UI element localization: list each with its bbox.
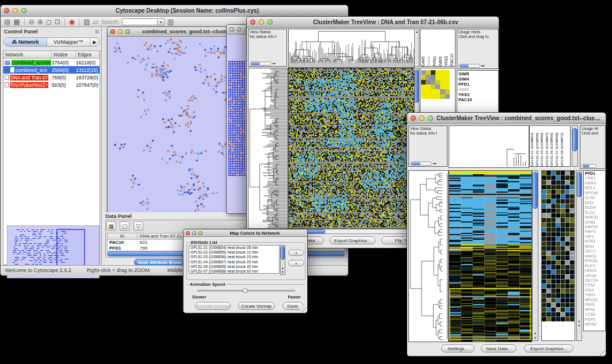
row-label[interactable]: GIM3 — [458, 87, 497, 92]
zoom-window-icon[interactable] — [267, 20, 273, 25]
row-label[interactable]: PFD1 — [458, 82, 497, 87]
zoom-fit-icon[interactable]: ⊡ — [55, 18, 60, 25]
column-label[interactable]: YKE2 — [443, 56, 449, 66]
row-label[interactable]: PAC10 — [458, 97, 497, 102]
gene-label[interactable]: MSI1 — [585, 244, 604, 249]
gene-label[interactable]: TCB3 — [585, 312, 604, 317]
heatmap-canvas[interactable] — [288, 68, 415, 229]
gene-label[interactable]: PHO81 — [585, 259, 604, 263]
mini-scrollbar[interactable]: ◂▸ — [410, 162, 437, 166]
attribute-list-item[interactable]: GPL51-03 (GSM856) heat shock 15 min — [189, 255, 279, 259]
gene-label[interactable]: VIP1 — [585, 235, 604, 239]
column-label[interactable]: GPL51-06 (GSM865) — [549, 133, 554, 166]
attribute-list-item[interactable]: GPL51-07 (GSM868) heat shock 60 min — [189, 269, 279, 274]
search-input[interactable] — [122, 18, 158, 25]
minimize-icon[interactable] — [192, 231, 196, 235]
gene-label[interactable]: PUF3 — [585, 264, 604, 269]
resize-grip[interactable] — [300, 306, 307, 312]
network-list-item-selected[interactable]: combined_sco 2569(6) 13112(15) — [3, 66, 100, 74]
col-edges[interactable]: Edges — [76, 51, 100, 58]
zoom-window-icon[interactable] — [428, 116, 433, 121]
settings-button[interactable]: Settings... — [441, 344, 475, 352]
heatmap-canvas[interactable] — [449, 170, 532, 342]
minimize-icon[interactable] — [13, 8, 18, 13]
column-label[interactable]: GIM5 — [420, 56, 426, 66]
delete-attribute-icon[interactable]: ▽ — [133, 221, 143, 231]
gene-label[interactable]: MON2 — [585, 322, 604, 327]
export-graphics-button[interactable]: Export Graphics... — [330, 236, 376, 244]
row-label[interactable]: GIM5 — [458, 71, 497, 76]
column-label[interactable]: GIM3 — [438, 56, 443, 66]
move-down-button[interactable]: ∨ — [288, 260, 304, 266]
gene-label[interactable]: YSH1 — [585, 293, 604, 297]
col-nodes[interactable]: Nodes — [52, 51, 76, 58]
id-column-header[interactable]: ID — [108, 233, 137, 239]
close-icon[interactable] — [411, 116, 416, 121]
gene-label[interactable]: KAP95 — [585, 225, 604, 229]
gene-label[interactable]: CPA2 — [585, 283, 604, 288]
gene-label[interactable]: BUD4 — [585, 205, 604, 210]
help-lifering-icon[interactable]: ◉ — [69, 18, 75, 25]
zoom-window-icon[interactable] — [198, 231, 202, 235]
similarity-matrix[interactable] — [421, 70, 450, 99]
dense-network-canvas[interactable] — [228, 61, 246, 176]
column-dendrogram[interactable] — [449, 125, 529, 168]
gene-label[interactable]: NIS1 — [585, 201, 604, 205]
move-up-button[interactable]: ∧ — [288, 250, 304, 256]
gene-label[interactable]: RPO21 — [585, 298, 604, 302]
tab-overflow-icon[interactable]: ▶ — [90, 38, 99, 47]
float-panel-icon[interactable]: ⧉ — [95, 29, 99, 35]
gene-label[interactable]: SPC98 — [585, 191, 604, 196]
column-label[interactable]: PAC10 — [449, 53, 455, 66]
attribute-list-item[interactable]: GPL51-02 (GSM855) heat shock 10 min — [189, 250, 279, 255]
zoom-window-icon[interactable] — [125, 29, 130, 34]
gene-label[interactable]: HAP3 — [585, 229, 604, 234]
column-label[interactable]: GPL51-07 (GSM868) — [554, 133, 560, 166]
close-icon[interactable] — [230, 27, 234, 32]
col-network[interactable]: Network — [3, 51, 52, 58]
labels-scrollbar[interactable] — [572, 125, 578, 167]
column-label[interactable]: GIM4 — [426, 56, 432, 66]
tab-network[interactable]: ⁂ Network — [4, 38, 47, 47]
select-attributes-icon[interactable]: ▦ — [106, 221, 116, 231]
treeview2-titlebar[interactable]: ClusterMaker TreeView : combined_scores_… — [407, 113, 606, 124]
gene-label[interactable]: YRA1 — [585, 176, 604, 181]
attribute-list-item[interactable]: GPL51-04 (GSM857) heat shock 20 min — [189, 260, 279, 265]
gene-label[interactable]: PFD1 — [585, 171, 604, 176]
network-list-item[interactable]: combined_scores 2764(0) 16218(0) — [3, 59, 100, 66]
create-vizmap-button[interactable]: Create Vizmap — [238, 302, 275, 310]
column-label[interactable]: GPL51-01 (GSM854) — [530, 133, 535, 166]
network-view-titlebar[interactable]: combined_scores_good.txt--cluste... — [108, 27, 244, 37]
animate-vizmap-button[interactable]: Animate Vizmap — [195, 302, 231, 310]
tab-vizmapper[interactable]: VizMapper™ — [47, 38, 90, 47]
network-canvas[interactable] — [108, 37, 244, 213]
export-graphics-button[interactable]: Export Graphics... — [524, 344, 573, 352]
gene-label[interactable]: GPI16 — [585, 274, 604, 278]
genelist-scrollbar[interactable]: ▲ ▼ — [576, 170, 582, 341]
gene-label[interactable]: GTB1 — [585, 220, 604, 225]
row-label[interactable]: YKE2 — [458, 92, 497, 97]
row-dendrogram[interactable] — [408, 170, 449, 342]
attribute-list-item[interactable]: GPL51-06 (GSM865) heat shock 40 min — [189, 265, 279, 269]
search-dropdown-icon[interactable]: ▾ — [158, 18, 165, 25]
gene-label[interactable]: ELG1 — [585, 210, 604, 215]
speed-slider-thumb[interactable] — [243, 288, 248, 293]
plugin-icon[interactable]: ▨ — [83, 18, 90, 25]
minimize-icon[interactable] — [259, 20, 264, 25]
minimize-icon[interactable] — [419, 116, 424, 121]
gene-label[interactable]: SEC24 — [585, 278, 604, 283]
column-label[interactable]: GPL51-03 (GSM856) — [540, 133, 545, 166]
row-dendrogram[interactable] — [248, 68, 288, 229]
dialog-titlebar[interactable]: Map Colors to Network — [183, 229, 307, 237]
network-list-item[interactable]: DNA and Tran 07 769(0) 183728(0) — [3, 74, 100, 81]
gene-label[interactable]: NTR2 — [585, 239, 604, 244]
gene-label[interactable]: HRD3 — [585, 269, 604, 273]
zoom-window-icon[interactable] — [21, 8, 26, 13]
column-label[interactable]: GPL51-02 (GSM855) — [535, 133, 540, 166]
close-icon[interactable] — [250, 20, 255, 25]
gene-label[interactable]: PAN1 — [585, 302, 604, 307]
scroll-strip[interactable]: ▲ — [414, 29, 419, 67]
mini-scrollbar[interactable] — [582, 164, 596, 168]
mini-scrollbar[interactable]: ◂▸ — [458, 64, 485, 68]
zoom-in-icon[interactable]: ⊕ — [37, 18, 43, 25]
